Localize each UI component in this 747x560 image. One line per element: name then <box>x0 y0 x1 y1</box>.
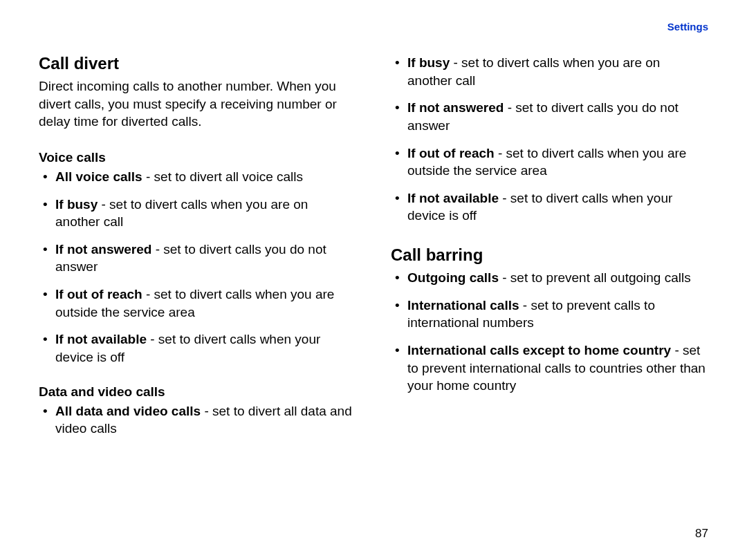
option-label: If not available <box>407 191 499 205</box>
voice-calls-list: All voice calls - set to divert all voic… <box>39 168 356 366</box>
document-page: Settings Call divert Direct incoming cal… <box>0 0 747 560</box>
option-label: All data and video calls <box>55 404 201 418</box>
option-label: If out of reach <box>55 287 142 301</box>
list-item: International calls except to home count… <box>391 342 708 395</box>
right-column: If busy - set to divert calls when you a… <box>391 54 708 447</box>
list-item: All voice calls - set to divert all voic… <box>39 168 356 186</box>
page-number: 87 <box>695 527 708 541</box>
list-item: If busy - set to divert calls when you a… <box>39 196 356 231</box>
option-label: All voice calls <box>55 169 142 184</box>
call-barring-list: Outgoing calls - set to prevent all outg… <box>391 269 708 395</box>
left-column: Call divert Direct incoming calls to ano… <box>39 54 356 447</box>
subheading-data-video-calls: Data and video calls <box>39 384 356 400</box>
option-desc: - set to prevent all outgoing calls <box>499 270 691 285</box>
list-item: If not answered - set to divert calls yo… <box>39 241 356 276</box>
list-item: All data and video calls - set to divert… <box>39 402 356 438</box>
two-column-layout: Call divert Direct incoming calls to ano… <box>39 21 708 447</box>
list-item: If not available - set to divert calls w… <box>39 330 356 366</box>
heading-call-divert: Call divert <box>39 54 356 73</box>
list-item: If busy - set to divert calls when you a… <box>391 54 708 89</box>
data-video-calls-list: All data and video calls - set to divert… <box>39 402 356 438</box>
option-label: International calls except to home count… <box>407 343 671 357</box>
option-label: If not available <box>55 332 147 346</box>
subheading-voice-calls: Voice calls <box>39 150 356 165</box>
option-label: If out of reach <box>407 146 495 160</box>
list-item: If out of reach - set to divert calls wh… <box>391 144 708 180</box>
list-item: If out of reach - set to divert calls wh… <box>39 286 356 321</box>
list-item: International calls - set to prevent cal… <box>391 297 708 332</box>
header-section-link[interactable]: Settings <box>667 21 708 32</box>
option-label: If busy <box>55 197 98 212</box>
option-label: International calls <box>407 298 519 312</box>
option-label: If not answered <box>55 242 151 256</box>
data-video-calls-list-continued: If busy - set to divert calls when you a… <box>391 54 708 225</box>
list-item: If not answered - set to divert calls yo… <box>391 99 708 134</box>
option-label: Outgoing calls <box>407 270 499 285</box>
list-item: Outgoing calls - set to prevent all outg… <box>391 269 708 287</box>
option-label: If busy <box>407 55 450 70</box>
list-item: If not available - set to divert calls w… <box>391 189 708 225</box>
option-desc: - set to divert all voice calls <box>142 169 303 184</box>
option-label: If not answered <box>407 100 504 115</box>
heading-call-barring: Call barring <box>391 245 708 265</box>
call-divert-intro: Direct incoming calls to another number.… <box>39 77 356 131</box>
